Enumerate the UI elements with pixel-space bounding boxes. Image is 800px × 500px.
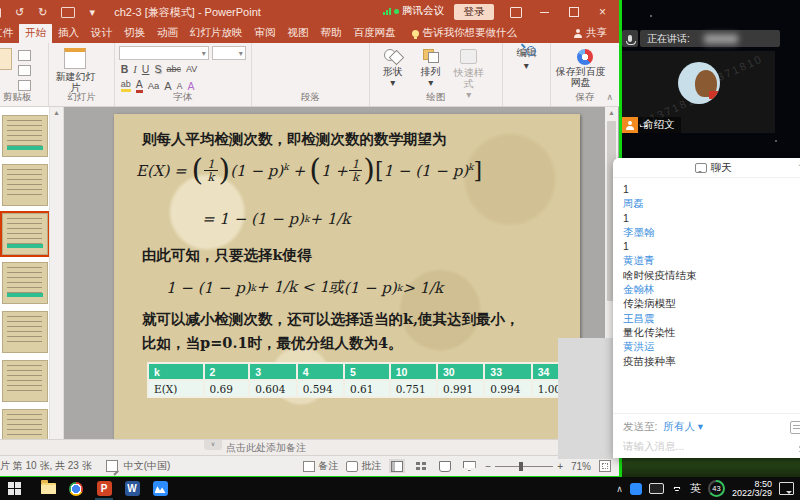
notes-bar[interactable]: ∨ 点击此处添加备注: [0, 439, 619, 455]
slide-canvas[interactable]: 则每人平均检测次数，即检测次数的数学期望为 E(X) = ( 1k ) (1 −…: [114, 114, 580, 441]
slide-thumbnail[interactable]: [2, 115, 48, 157]
font-format-button[interactable]: A: [187, 80, 194, 92]
bullets-icon[interactable]: [260, 50, 271, 59]
ime-indicator[interactable]: 英: [690, 481, 701, 496]
meeting-mic-button[interactable]: [622, 30, 638, 47]
slide-thumbnail[interactable]: [2, 360, 48, 402]
participant-video-tile[interactable]: 51371810 51371810 俞绍文: [622, 51, 775, 133]
start-slideshow-icon[interactable]: [61, 7, 75, 18]
align-right-icon[interactable]: [294, 66, 305, 75]
slide-thumbnail[interactable]: [2, 409, 48, 439]
ribbon-tab[interactable]: 设计: [85, 23, 118, 43]
meeting-status-badge[interactable]: 腾讯会议: [383, 4, 444, 18]
send-to-selector[interactable]: 所有人 ▾: [663, 420, 703, 434]
chat-input[interactable]: [613, 434, 793, 458]
zoom-slider[interactable]: [495, 466, 553, 467]
slide-editing-area[interactable]: 则每人平均检测次数，即检测次数的数学期望为 E(X) = ( 1k ) (1 −…: [64, 107, 619, 439]
slideshow-view-button[interactable]: [461, 459, 477, 473]
login-button[interactable]: 登录: [454, 4, 494, 20]
font-style-button[interactable]: AV: [186, 64, 197, 74]
ribbon-tab[interactable]: 帮助: [315, 23, 348, 43]
scroll-up-icon[interactable]: ▲: [50, 107, 63, 119]
copy-icon[interactable]: [18, 65, 31, 76]
paste-button[interactable]: [0, 48, 16, 86]
scroll-up-icon[interactable]: ▲: [605, 107, 618, 119]
language-label[interactable]: 中文(中国): [124, 459, 171, 473]
line-spacing-icon[interactable]: [311, 50, 322, 59]
font-style-button[interactable]: U: [142, 63, 150, 75]
taskbar-word[interactable]: W: [118, 477, 146, 500]
ribbon-tab[interactable]: 开始: [19, 23, 52, 43]
font-name-combobox[interactable]: ▾: [119, 46, 209, 60]
slide-thumbnail[interactable]: [2, 213, 48, 255]
tray-meeting-icon[interactable]: [630, 483, 642, 495]
redo-icon[interactable]: ↻: [38, 6, 47, 19]
ribbon-tab[interactable]: 动画: [151, 23, 184, 43]
taskbar-file-explorer[interactable]: [34, 477, 62, 500]
font-style-button[interactable]: I: [133, 64, 137, 75]
fit-to-window-icon[interactable]: [599, 460, 611, 472]
action-center-icon[interactable]: [779, 482, 794, 495]
taskbar-tencent-meeting[interactable]: [146, 477, 174, 500]
chat-history-icon[interactable]: [790, 421, 800, 434]
spellcheck-icon[interactable]: [106, 460, 118, 472]
save-icon[interactable]: [0, 7, 1, 18]
new-slide-button[interactable]: 新建幻灯片: [53, 48, 97, 93]
notes-toggle[interactable]: 备注: [303, 459, 338, 473]
ribbon-tab[interactable]: 视图: [282, 23, 315, 43]
ribbon-tab[interactable]: 审阅: [249, 23, 282, 43]
maximize-button[interactable]: [559, 0, 588, 24]
slide-thumbnail[interactable]: [2, 164, 48, 206]
font-format-button[interactable]: Aa: [148, 80, 160, 91]
undo-icon[interactable]: ↺: [15, 6, 24, 19]
taskbar-chrome[interactable]: [62, 477, 90, 500]
zoom-in-button[interactable]: +: [557, 461, 563, 472]
format-painter-icon[interactable]: [18, 80, 31, 91]
font-size-combobox[interactable]: ▾: [212, 46, 246, 60]
columns-icon[interactable]: [311, 66, 322, 75]
share-button[interactable]: 共享: [574, 26, 619, 43]
minimize-button[interactable]: [530, 0, 559, 24]
indent-icon[interactable]: [294, 50, 305, 59]
slide-thumbnail[interactable]: [2, 311, 48, 353]
font-style-button[interactable]: S: [154, 63, 161, 75]
taskbar-powerpoint[interactable]: P: [90, 477, 118, 500]
zoom-slider-thumb[interactable]: [519, 462, 523, 471]
ribbon-tab[interactable]: 百度网盘: [348, 23, 402, 43]
ribbon-tab[interactable]: 幻灯片放映: [184, 23, 249, 43]
slide-thumbnail[interactable]: [2, 262, 48, 304]
taskbar-clock[interactable]: 8:50 2022/3/29: [732, 480, 772, 498]
save-to-baidu-button[interactable]: 保存到百度网盘: [555, 46, 615, 88]
ribbon-tab[interactable]: 文件: [0, 23, 19, 43]
cut-icon[interactable]: [18, 50, 31, 61]
tray-expand-icon[interactable]: ∧: [616, 484, 623, 494]
zoom-out-button[interactable]: −: [485, 461, 491, 472]
ribbon-tab[interactable]: 切换: [118, 23, 151, 43]
font-format-button[interactable]: A: [177, 81, 183, 91]
start-button[interactable]: [0, 477, 28, 500]
notes-splitter-button[interactable]: ∨: [204, 440, 222, 450]
wifi-icon[interactable]: [671, 484, 683, 494]
tell-me-box[interactable]: 告诉我你想要做什么: [412, 26, 518, 43]
reading-view-button[interactable]: [437, 459, 453, 473]
align-left-icon[interactable]: [260, 66, 271, 75]
comments-toggle[interactable]: 批注: [346, 459, 381, 473]
battery-indicator[interactable]: 43: [708, 480, 725, 497]
align-center-icon[interactable]: [277, 66, 288, 75]
font-style-button[interactable]: abc: [166, 64, 181, 74]
ribbon-tab[interactable]: 插入: [52, 23, 85, 43]
collapse-ribbon-icon[interactable]: ∧: [606, 92, 613, 102]
chat-message-list[interactable]: 1周磊1李墨翰1黄道青啥时候疫情结束金翰林传染病模型王昌震量化传染性黄洪运疫苗接…: [613, 178, 800, 413]
close-button[interactable]: ×: [588, 0, 617, 24]
edit-button[interactable]: 编辑 ▾: [507, 46, 546, 71]
ribbon-options-button[interactable]: [501, 0, 530, 24]
zoom-level-label[interactable]: 71%: [571, 461, 591, 472]
qat-dropdown-icon[interactable]: ▾: [89, 6, 95, 19]
font-style-button[interactable]: B: [121, 63, 129, 75]
chat-header[interactable]: 聊天 −: [613, 158, 800, 178]
font-format-button[interactable]: A: [164, 80, 171, 92]
slide-sorter-view-button[interactable]: [413, 459, 429, 473]
normal-view-button[interactable]: [389, 459, 405, 473]
thumbnail-scrollbar[interactable]: ▲: [49, 107, 63, 439]
tray-device-icon[interactable]: [649, 483, 664, 494]
